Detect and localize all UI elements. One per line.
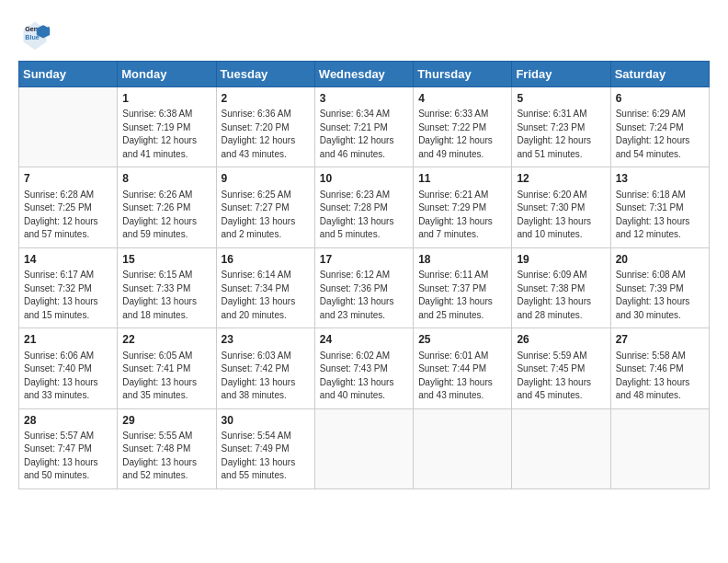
day-header-wednesday: Wednesday [314,62,413,87]
page-header: General Blue [18,18,710,52]
day-number: 4 [418,91,506,107]
day-info: Sunrise: 6:08 AMSunset: 7:39 PMDaylight:… [616,269,704,322]
day-number: 24 [320,332,408,348]
day-info: Sunrise: 6:17 AMSunset: 7:32 PMDaylight:… [24,269,112,322]
calendar-day: 8Sunrise: 6:26 AMSunset: 7:26 PMDaylight… [118,167,216,247]
day-info: Sunrise: 6:25 AMSunset: 7:27 PMDaylight:… [222,189,310,242]
calendar-day: 10Sunrise: 6:23 AMSunset: 7:28 PMDayligh… [314,167,413,247]
calendar-day [414,408,512,488]
day-number: 29 [122,413,210,429]
calendar-day: 7Sunrise: 6:28 AMSunset: 7:25 PMDaylight… [19,167,118,247]
calendar-day: 26Sunrise: 5:59 AMSunset: 7:45 PMDayligh… [512,328,610,408]
day-number: 26 [517,332,605,348]
day-header-tuesday: Tuesday [216,62,314,87]
day-number: 11 [418,171,506,187]
day-info: Sunrise: 6:05 AMSunset: 7:41 PMDaylight:… [122,350,210,403]
day-info: Sunrise: 6:03 AMSunset: 7:42 PMDaylight:… [222,350,310,403]
calendar-day: 13Sunrise: 6:18 AMSunset: 7:31 PMDayligh… [610,167,709,247]
day-info: Sunrise: 5:57 AMSunset: 7:47 PMDaylight:… [24,430,112,483]
day-info: Sunrise: 6:15 AMSunset: 7:33 PMDaylight:… [122,269,210,322]
day-info: Sunrise: 6:29 AMSunset: 7:24 PMDaylight:… [616,108,704,161]
calendar-day: 12Sunrise: 6:20 AMSunset: 7:30 PMDayligh… [512,167,610,247]
day-info: Sunrise: 6:12 AMSunset: 7:36 PMDaylight:… [320,269,408,322]
day-info: Sunrise: 5:59 AMSunset: 7:45 PMDaylight:… [517,350,605,403]
calendar-day: 25Sunrise: 6:01 AMSunset: 7:44 PMDayligh… [414,328,512,408]
calendar-day: 4Sunrise: 6:33 AMSunset: 7:22 PMDaylight… [414,87,512,167]
day-info: Sunrise: 6:06 AMSunset: 7:40 PMDaylight:… [24,350,112,403]
day-number: 28 [24,413,112,429]
day-number: 2 [222,91,310,107]
day-number: 17 [320,252,408,268]
calendar-week-2: 7Sunrise: 6:28 AMSunset: 7:25 PMDaylight… [19,167,710,247]
day-info: Sunrise: 6:18 AMSunset: 7:31 PMDaylight:… [616,189,704,242]
logo-icon: General Blue [18,18,51,52]
day-info: Sunrise: 6:01 AMSunset: 7:44 PMDaylight:… [418,350,506,403]
calendar-day: 5Sunrise: 6:31 AMSunset: 7:23 PMDaylight… [512,87,610,167]
day-info: Sunrise: 6:14 AMSunset: 7:34 PMDaylight:… [222,269,310,322]
calendar-day: 19Sunrise: 6:09 AMSunset: 7:38 PMDayligh… [512,247,610,327]
calendar-header-row: SundayMondayTuesdayWednesdayThursdayFrid… [19,62,710,87]
calendar-day [610,408,709,488]
calendar-day: 9Sunrise: 6:25 AMSunset: 7:27 PMDaylight… [216,167,314,247]
calendar-day: 15Sunrise: 6:15 AMSunset: 7:33 PMDayligh… [118,247,216,327]
day-number: 20 [616,252,704,268]
calendar-day: 14Sunrise: 6:17 AMSunset: 7:32 PMDayligh… [19,247,118,327]
calendar-day: 28Sunrise: 5:57 AMSunset: 7:47 PMDayligh… [19,408,118,488]
day-info: Sunrise: 6:02 AMSunset: 7:43 PMDaylight:… [320,350,408,403]
calendar-day: 23Sunrise: 6:03 AMSunset: 7:42 PMDayligh… [216,328,314,408]
day-info: Sunrise: 6:38 AMSunset: 7:19 PMDaylight:… [122,108,210,161]
day-number: 9 [222,171,310,187]
day-number: 16 [222,252,310,268]
day-info: Sunrise: 6:26 AMSunset: 7:26 PMDaylight:… [122,189,210,242]
calendar-day: 17Sunrise: 6:12 AMSunset: 7:36 PMDayligh… [314,247,413,327]
calendar-week-3: 14Sunrise: 6:17 AMSunset: 7:32 PMDayligh… [19,247,710,327]
calendar-day [19,87,118,167]
calendar-day: 2Sunrise: 6:36 AMSunset: 7:20 PMDaylight… [216,87,314,167]
calendar-week-5: 28Sunrise: 5:57 AMSunset: 7:47 PMDayligh… [19,408,710,488]
calendar-day: 3Sunrise: 6:34 AMSunset: 7:21 PMDaylight… [314,87,413,167]
calendar-week-1: 1Sunrise: 6:38 AMSunset: 7:19 PMDaylight… [19,87,710,167]
calendar-day: 16Sunrise: 6:14 AMSunset: 7:34 PMDayligh… [216,247,314,327]
day-info: Sunrise: 6:09 AMSunset: 7:38 PMDaylight:… [517,269,605,322]
day-info: Sunrise: 6:23 AMSunset: 7:28 PMDaylight:… [320,189,408,242]
day-header-thursday: Thursday [414,62,512,87]
calendar-day: 1Sunrise: 6:38 AMSunset: 7:19 PMDaylight… [118,87,216,167]
day-number: 13 [616,171,704,187]
day-header-friday: Friday [512,62,610,87]
day-info: Sunrise: 6:36 AMSunset: 7:20 PMDaylight:… [222,108,310,161]
day-info: Sunrise: 6:33 AMSunset: 7:22 PMDaylight:… [418,108,506,161]
day-number: 15 [122,252,210,268]
calendar-day [314,408,413,488]
day-info: Sunrise: 5:54 AMSunset: 7:49 PMDaylight:… [222,430,310,483]
day-number: 1 [122,91,210,107]
day-info: Sunrise: 5:55 AMSunset: 7:48 PMDaylight:… [122,430,210,483]
calendar-day: 22Sunrise: 6:05 AMSunset: 7:41 PMDayligh… [118,328,216,408]
day-number: 18 [418,252,506,268]
calendar-day: 20Sunrise: 6:08 AMSunset: 7:39 PMDayligh… [610,247,709,327]
day-number: 14 [24,252,112,268]
day-info: Sunrise: 6:31 AMSunset: 7:23 PMDaylight:… [517,108,605,161]
day-number: 8 [122,171,210,187]
day-number: 19 [517,252,605,268]
day-info: Sunrise: 6:11 AMSunset: 7:37 PMDaylight:… [418,269,506,322]
day-number: 10 [320,171,408,187]
calendar-day: 6Sunrise: 6:29 AMSunset: 7:24 PMDaylight… [610,87,709,167]
day-number: 25 [418,332,506,348]
day-number: 23 [222,332,310,348]
day-number: 7 [24,171,112,187]
day-number: 22 [122,332,210,348]
day-header-saturday: Saturday [610,62,709,87]
day-number: 12 [517,171,605,187]
day-number: 6 [616,91,704,107]
calendar-table: SundayMondayTuesdayWednesdayThursdayFrid… [18,61,710,489]
calendar-day: 18Sunrise: 6:11 AMSunset: 7:37 PMDayligh… [414,247,512,327]
calendar-day: 29Sunrise: 5:55 AMSunset: 7:48 PMDayligh… [118,408,216,488]
calendar-week-4: 21Sunrise: 6:06 AMSunset: 7:40 PMDayligh… [19,328,710,408]
day-info: Sunrise: 6:34 AMSunset: 7:21 PMDaylight:… [320,108,408,161]
day-number: 21 [24,332,112,348]
logo: General Blue [18,18,55,52]
day-header-sunday: Sunday [19,62,118,87]
calendar-day: 27Sunrise: 5:58 AMSunset: 7:46 PMDayligh… [610,328,709,408]
day-number: 5 [517,91,605,107]
calendar-day: 11Sunrise: 6:21 AMSunset: 7:29 PMDayligh… [414,167,512,247]
